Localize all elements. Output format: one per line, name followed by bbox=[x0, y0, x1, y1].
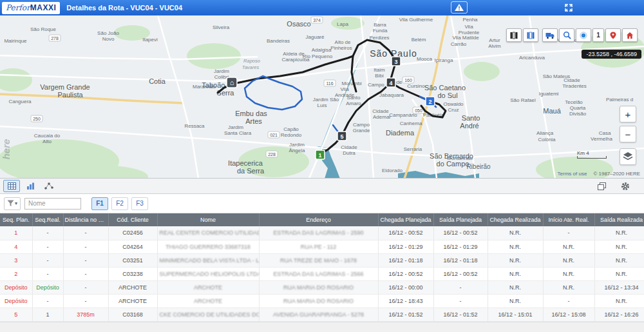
map-label: Vermelha bbox=[591, 136, 612, 142]
map-label: Jardim São bbox=[313, 97, 339, 103]
table-cell: 16/12 - 13:34 bbox=[594, 280, 644, 294]
svg-text:278: 278 bbox=[51, 36, 59, 41]
map-label: Cruz bbox=[448, 107, 459, 113]
marker-counter-button[interactable]: 1 bbox=[592, 28, 604, 42]
road-badge: 228 bbox=[266, 151, 278, 157]
logo-script: Perfor bbox=[6, 3, 30, 12]
route-stop-marker[interactable]: 3 bbox=[392, 57, 401, 66]
table-row[interactable]: 3--C03251MINIMERCADO BELA VISTA LTDA - L… bbox=[0, 253, 644, 267]
map-label: Embu das bbox=[235, 110, 267, 117]
map-label: São João bbox=[97, 30, 119, 36]
table-row[interactable]: Depósito--ARCHOTEARCHOTERUA MARIA DO ROS… bbox=[0, 294, 644, 308]
table-cell: 16/12 - 00:52 bbox=[378, 267, 433, 280]
map-label: Aricanduva bbox=[519, 55, 545, 61]
chart-view-button[interactable] bbox=[22, 180, 39, 192]
map-label: Tecelão bbox=[565, 99, 583, 105]
table-cell: REAL CENTER COMERCIO UTILIDAD... bbox=[157, 226, 259, 240]
tracking-point-button[interactable] bbox=[576, 28, 591, 42]
table-cell: 16/12 - 01:29 bbox=[378, 240, 433, 253]
export-button[interactable] bbox=[593, 180, 610, 192]
column-header[interactable]: Início Ate. Real. bbox=[543, 213, 594, 226]
column-header[interactable]: Saída Realizada bbox=[594, 213, 644, 226]
column-header[interactable]: Nome bbox=[157, 213, 259, 226]
app-header: Perfor MAXXI Detalhes da Rota - VUC04 - … bbox=[0, 0, 644, 15]
column-header[interactable]: Seq.Real. bbox=[32, 213, 63, 226]
table-cell: - bbox=[433, 294, 488, 308]
table-row[interactable]: 513785mC03168CKE COMERCIO DE UTILIDADES … bbox=[0, 308, 644, 321]
filter-button-f2[interactable]: F2 bbox=[111, 197, 128, 210]
svg-text:⌂: ⌂ bbox=[230, 79, 234, 86]
filter-button-f1[interactable]: F1 bbox=[91, 197, 108, 210]
table-row[interactable]: DepósitoDepósito-ARCHOTEARCHOTERUA MARIA… bbox=[0, 280, 644, 294]
table-row[interactable]: 4--C04264THIAGO GUERRERO 33687318RUA PE … bbox=[0, 240, 644, 253]
coordinates-tooltip: -23.5258 , -46.6589 bbox=[582, 50, 641, 59]
terms-of-use-link[interactable]: Terms of use bbox=[558, 171, 587, 177]
table-cell: 5 bbox=[0, 308, 32, 321]
column-header[interactable]: Saída Planejada bbox=[433, 213, 488, 226]
column-header[interactable]: Chegada Planejada bbox=[378, 213, 433, 226]
view-toolbar bbox=[0, 179, 644, 194]
column-header[interactable]: Seq. Plan. bbox=[0, 213, 32, 226]
name-filter-input[interactable] bbox=[24, 198, 81, 210]
depot-marker[interactable]: ⌂ bbox=[227, 77, 237, 88]
zoom-controls: + − bbox=[620, 106, 636, 142]
route-view-button[interactable] bbox=[41, 180, 57, 192]
map-label: Belém bbox=[412, 37, 426, 43]
filter-menu-button[interactable] bbox=[4, 197, 21, 210]
map-label: São Roque bbox=[30, 26, 57, 32]
column-header[interactable]: Endereço bbox=[259, 213, 378, 226]
table-row[interactable]: 1--C02456REAL CENTER COMERCIO UTILIDAD..… bbox=[0, 226, 644, 240]
map-label: Itapecerica bbox=[228, 159, 263, 167]
fullscreen-button[interactable] bbox=[560, 1, 577, 14]
settings-button[interactable] bbox=[617, 180, 634, 192]
svg-text:1: 1 bbox=[318, 152, 321, 159]
table-cell: N.R. bbox=[488, 253, 543, 267]
map-container[interactable]: 278374116021228250160050 São RoqueMairin… bbox=[0, 15, 644, 179]
map-toolbar: 1 bbox=[506, 28, 638, 42]
map-label: Osasco bbox=[287, 20, 310, 28]
table-cell: N.R. bbox=[543, 240, 594, 253]
layers-button[interactable] bbox=[620, 148, 636, 165]
route-stop-marker[interactable]: 1 bbox=[316, 150, 325, 159]
table-cell: - bbox=[63, 253, 108, 267]
planned-route-toggle-button[interactable] bbox=[506, 28, 522, 42]
map-label: Alto bbox=[43, 139, 52, 144]
table-cell: 16/12 - 00:52 bbox=[433, 226, 488, 240]
table-row[interactable]: 2--C03238SUPERMERCADO HELIOPOLIS LTDAEST… bbox=[0, 267, 644, 280]
here-watermark: here bbox=[1, 139, 12, 160]
svg-text:4: 4 bbox=[389, 80, 392, 86]
map-label: Alvim bbox=[488, 43, 501, 49]
column-header[interactable]: Cód. Cliente bbox=[108, 213, 157, 226]
map-label: Capão bbox=[283, 126, 299, 132]
table-cell: 16/12 - 01:29 bbox=[433, 240, 488, 253]
column-header[interactable]: Distância no mo... bbox=[63, 213, 108, 226]
zoom-in-button[interactable]: + bbox=[620, 106, 636, 122]
alert-button[interactable] bbox=[451, 1, 468, 14]
logo-bold: MAXXI bbox=[30, 3, 57, 12]
map-label: Oswaldo bbox=[443, 101, 464, 107]
route-stop-marker[interactable]: 2 bbox=[426, 97, 435, 106]
map-label: Palmeiras d bbox=[606, 97, 633, 103]
route-stop-marker[interactable]: 5 bbox=[337, 132, 346, 141]
filter-button-f3[interactable]: F3 bbox=[131, 197, 148, 210]
route-stop-marker[interactable]: 4 bbox=[386, 78, 395, 87]
road-badge: 116 bbox=[324, 80, 336, 86]
column-header[interactable]: Chegada Realizada bbox=[488, 213, 543, 226]
vehicle-button[interactable] bbox=[542, 28, 558, 42]
route-stops-table-wrap[interactable]: Seq. Plan.Seq.Real.Distância no mo...Cód… bbox=[0, 213, 644, 322]
table-cell: SUPERMERCADO HELIOPOLIS LTDA bbox=[157, 267, 259, 280]
real-route-toggle-button[interactable] bbox=[523, 28, 538, 42]
map-label: Amaro bbox=[346, 101, 361, 106]
map-label: Ipiranga bbox=[435, 57, 453, 63]
table-view-button[interactable] bbox=[3, 180, 20, 192]
table-cell: 3785m bbox=[63, 308, 108, 321]
table-cell: N.R. bbox=[594, 240, 644, 253]
table-cell: MINIMERCADO BELA VISTA LTDA - LJ7 bbox=[157, 253, 259, 267]
red-depot-button[interactable] bbox=[622, 28, 638, 42]
map-label: André bbox=[460, 122, 478, 130]
table-cell: 16/12 - 00:52 bbox=[378, 226, 433, 240]
map-search-button[interactable] bbox=[559, 28, 574, 42]
red-pin-button[interactable] bbox=[605, 28, 621, 42]
map-label: Vila Matilde bbox=[452, 35, 479, 41]
zoom-out-button[interactable]: − bbox=[620, 126, 636, 142]
